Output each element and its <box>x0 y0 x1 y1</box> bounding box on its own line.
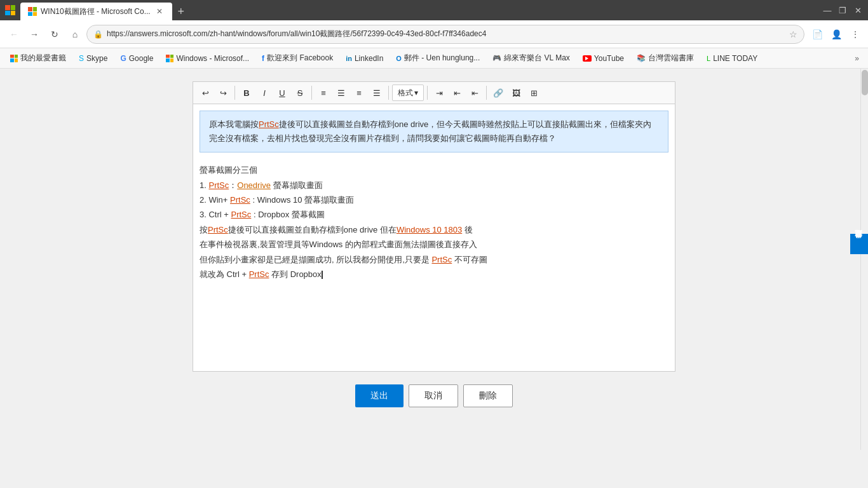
bookmark-1e-label: 台灣雲端書庫 <box>648 53 694 64</box>
format-dropdown[interactable]: 格式 ▾ <box>392 85 424 101</box>
bold-button[interactable]: B <box>238 85 255 101</box>
toolbar-separator-4 <box>427 86 428 100</box>
prtsc-link-1[interactable]: PrtSc <box>208 180 229 190</box>
reply-line-8: 就改為 Ctrl + PrtSc 存到 Dropbox <box>200 267 668 281</box>
titlebar: WIN10截圖路徑 - Microsoft Co... ✕ + — ❐ ✕ <box>0 0 868 20</box>
prtsc-link-6[interactable]: PrtSc <box>249 269 269 279</box>
bookmark-windows-ms[interactable]: Windows - Microsof... <box>161 53 254 64</box>
prtsc-link-5[interactable]: PrtSc <box>431 255 452 264</box>
quoted-content: 原本我電腦按PrtSc捷後可以直接截圖並自動存檔到one drive，但今天截圖… <box>200 111 668 152</box>
delete-button[interactable]: 刪除 <box>463 384 513 407</box>
nav-extras: 📄 👤 ⋮ <box>810 27 863 42</box>
bookmark-my-favorites[interactable]: 我的最愛書籤 <box>5 51 71 65</box>
redo-button[interactable]: ↪ <box>215 85 231 101</box>
youtube-icon <box>583 55 592 62</box>
align-justify-button[interactable]: ☰ <box>369 85 385 101</box>
bookmark-linkedin[interactable]: in LinkedIn <box>341 53 388 64</box>
feedback-sidebar-button[interactable]: 歡迎提供意見反應 <box>850 234 868 254</box>
onedrive-link[interactable]: Onedrive <box>237 180 271 190</box>
refresh-button[interactable]: ↻ <box>46 25 64 43</box>
toolbar-separator-2 <box>311 86 312 100</box>
new-tab-button[interactable]: + <box>172 3 190 20</box>
bookmark-google[interactable]: G Google <box>115 53 158 64</box>
tab-close-button[interactable]: ✕ <box>154 7 165 16</box>
align-left-button[interactable]: ≡ <box>315 85 332 101</box>
toolbar-separator-1 <box>234 86 235 100</box>
favorite-star-icon[interactable]: ☆ <box>789 29 797 39</box>
bookmark-linetoday[interactable]: L LINE TODAY <box>702 53 763 64</box>
bookmarks-bar: 我的最愛書籤 S Skype G Google Windows - Micros… <box>0 48 868 69</box>
minimize-button[interactable]: — <box>822 6 832 15</box>
reply-line-2: 1. PrtSc：Onedrive 螢幕擷取畫面 <box>200 178 668 193</box>
linetoday-icon: L <box>707 55 710 62</box>
link-button[interactable]: 🔗 <box>490 85 506 101</box>
url-text[interactable]: https://answers.microsoft.com/zh-hant/wi… <box>107 29 785 39</box>
editor-body[interactable]: 原本我電腦按PrtSc捷後可以直接截圖並自動存檔到one drive，但今天截圖… <box>193 104 675 371</box>
bookmark-youtube[interactable]: YouTube <box>578 53 629 64</box>
indent-decrease-button[interactable]: ⇥ <box>449 85 465 101</box>
maximize-button[interactable]: ❐ <box>837 6 848 15</box>
home-button[interactable]: ⌂ <box>66 25 84 43</box>
bookmark-facebook[interactable]: f 歡迎來到 Facebook <box>257 51 338 65</box>
win1803-link[interactable]: Windows 10 1803 <box>397 225 462 234</box>
prtsc-link-quoted[interactable]: PrtSc <box>259 119 279 129</box>
main-content: ↩ ↪ B I U S ≡ ☰ ≡ ☰ 格式 ▾ ⇥ ⇥ ⇤ 🔗 🖼 ⊞ <box>0 69 868 488</box>
bookmark-facebook-label: 歡迎來到 Facebook <box>267 53 333 64</box>
prtsc-link-3[interactable]: PrtSc <box>231 210 252 219</box>
format-label: 格式 <box>398 88 413 98</box>
pdf-icon[interactable]: 📄 <box>810 27 825 42</box>
editor-container: ↩ ↪ B I U S ≡ ☰ ≡ ☰ 格式 ▾ ⇥ ⇥ ⇤ 🔗 🖼 ⊞ <box>193 81 675 372</box>
strikethrough-button[interactable]: S <box>292 85 308 101</box>
address-bar[interactable]: 🔒 https://answers.microsoft.com/zh-hant/… <box>86 25 804 44</box>
profile-icon[interactable]: 👤 <box>829 27 844 42</box>
bookmark-skype[interactable]: S Skype <box>74 53 112 64</box>
align-center-button[interactable]: ☰ <box>333 85 349 101</box>
bookmark-outlook-label: 郵件 - Uen hunglung... <box>404 53 480 64</box>
align-right-button[interactable]: ≡ <box>351 85 367 101</box>
indent-increase-button[interactable]: ⇥ <box>431 85 447 101</box>
italic-button[interactable]: I <box>256 85 273 101</box>
close-button[interactable]: ✕ <box>853 6 863 15</box>
skype-icon: S <box>79 54 84 63</box>
format-chevron-icon: ▾ <box>414 88 418 97</box>
image-button[interactable]: 🖼 <box>508 85 524 101</box>
outlook-icon: O <box>396 55 402 62</box>
bookmark-skype-label: Skype <box>86 54 107 63</box>
bookmark-linkedin-label: LinkedIn <box>355 54 383 63</box>
cancel-button[interactable]: 取消 <box>409 384 458 407</box>
submit-button[interactable]: 送出 <box>355 384 403 407</box>
bookmark-vlmax[interactable]: 🎮 綿來寄樂台 VL Max <box>487 51 575 65</box>
active-tab[interactable]: WIN10截圖路徑 - Microsoft Co... ✕ <box>20 3 172 20</box>
bookmark-google-label: Google <box>129 54 154 63</box>
google-icon: G <box>120 54 126 63</box>
editor-toolbar: ↩ ↪ B I U S ≡ ☰ ≡ ☰ 格式 ▾ ⇥ ⇥ ⇤ 🔗 🖼 ⊞ <box>193 82 675 104</box>
reply-line-1: 螢幕截圖分三個 <box>200 163 668 177</box>
scrollbar[interactable] <box>860 69 868 450</box>
bookmark-vlmax-label: 綿來寄樂台 VL Max <box>504 53 570 64</box>
reply-line-5: 按PrtSc捷後可以直接截圖並自動存檔到one drive 但在Windows … <box>200 222 668 237</box>
undo-button[interactable]: ↩ <box>197 85 214 101</box>
window-controls: — ❐ ✕ <box>822 6 863 15</box>
security-lock-icon: 🔒 <box>93 30 103 39</box>
forward-button[interactable]: → <box>25 25 43 43</box>
toolbar-separator-5 <box>486 86 487 100</box>
tab-favicon <box>28 7 37 16</box>
prtsc-link-4[interactable]: PrtSc <box>208 225 228 234</box>
settings-icon[interactable]: ⋮ <box>848 27 863 42</box>
browser-logo <box>5 5 15 15</box>
bookmark-windows-ms-label: Windows - Microsof... <box>176 54 249 63</box>
reply-line-7: 但你貼到小畫家卻是已經是擷圖成功, 所以我都分開使用,只要是 PrtSc 不可存… <box>200 252 668 267</box>
scrollbar-thumb[interactable] <box>862 70 868 95</box>
bookmark-1e[interactable]: 📚 台灣雲端書庫 <box>632 51 699 65</box>
reply-line-4: 3. Ctrl + PrtSc : Dropbox 螢幕截圖 <box>200 207 668 222</box>
prtsc-link-2[interactable]: PrtSc <box>230 195 250 205</box>
bookmark-outlook[interactable]: O 郵件 - Uen hunglung... <box>391 51 485 65</box>
outdent-button[interactable]: ⇤ <box>466 85 483 101</box>
vlmax-icon: 🎮 <box>492 54 501 62</box>
table-button[interactable]: ⊞ <box>526 85 542 101</box>
back-button[interactable]: ← <box>5 25 23 43</box>
linkedin-icon: in <box>346 55 352 62</box>
underline-button[interactable]: U <box>274 85 290 101</box>
quoted-text-content: 原本我電腦按PrtSc捷後可以直接截圖並自動存檔到one drive，但今天截圖… <box>209 119 651 143</box>
bookmark-more-button[interactable]: » <box>851 53 863 64</box>
